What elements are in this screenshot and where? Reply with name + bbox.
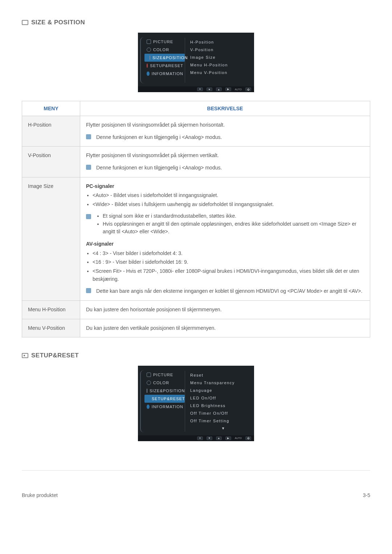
osd-auto-label: AUTO [235, 88, 242, 91]
osd-right-lang: Language [190, 387, 235, 394]
footer-left: Bruke produktet [22, 492, 58, 498]
section-header-size-position: SIZE & POSITION [22, 19, 370, 26]
osd-item-info: INFORMATION [142, 70, 185, 78]
picture-icon [147, 40, 151, 44]
row-hpos-desc: Flytter posisjonen til visningsområdet p… [80, 116, 370, 147]
osd-close-icon: ✕ [197, 436, 203, 440]
section-header-setup-reset: SETUP&RESET [22, 352, 370, 359]
osd-screenshot-setup-reset: PICTURE COLOR SIZE&POSITION SETUP&RESET … [138, 366, 254, 441]
picture-icon [147, 373, 151, 377]
osd-up-icon: ▲ [216, 436, 222, 440]
section-title: SETUP&RESET [31, 352, 79, 359]
osd-down-icon: ▼ [207, 436, 212, 440]
more-down-icon: ▼ [190, 425, 235, 432]
row-menuv-label: Menu V-Position [22, 319, 80, 337]
row-vpos-desc: Flytter posisjonen til visningsområdet p… [80, 147, 370, 177]
osd-right-hpos: H-Position [190, 38, 228, 46]
osd-up-icon: ▲ [216, 87, 222, 91]
osd-right-menuv: Menu V-Position [190, 69, 228, 77]
osd-right-trans: Menu Transparency [190, 379, 235, 387]
color-icon [147, 48, 151, 52]
setup-reset-icon [22, 353, 28, 358]
info-icon [147, 405, 150, 409]
osd-item-info: INFORMATION [142, 403, 185, 411]
osd-item-setup: SETUP&RESET [142, 62, 185, 70]
header-meny: MENY [22, 101, 80, 116]
row-menuh-label: Menu H-Position [22, 301, 80, 319]
osd-right-offt: Off Timer On/Off [190, 410, 235, 417]
osd-item-setup: SETUP&RESET [144, 395, 185, 403]
osd-down-icon: ▼ [207, 87, 212, 91]
note-icon [86, 214, 91, 219]
osd-right-vpos: V-Position [190, 46, 228, 54]
description-table-size-position: MENY BESKRIVELSE H-Position Flytter posi… [22, 101, 370, 337]
osd-screenshot-size-position: PICTURE COLOR SIZE&POSITION SETUP&RESET … [138, 33, 254, 92]
osd-enter-icon: ▶ [225, 87, 231, 91]
osd-right-reset: Reset [190, 372, 235, 379]
osd-close-icon: ✕ [197, 87, 203, 91]
sizepos-icon [147, 389, 147, 393]
note-icon [86, 134, 91, 139]
row-imgsize-desc: PC-signaler <Auto> - Bildet vises i side… [80, 177, 370, 300]
osd-right-led: LED On/Off [190, 394, 235, 402]
sizepos-icon [150, 56, 150, 60]
osd-item-color: COLOR [142, 379, 185, 387]
info-icon [147, 71, 150, 76]
osd-power-icon: ⏻ [245, 87, 251, 91]
osd-right-ledbr: LED Brightness [190, 402, 235, 410]
note-icon [86, 165, 91, 170]
osd-enter-icon: ▶ [225, 436, 231, 440]
osd-right-offts: Off Timer Setting [190, 417, 235, 425]
note-icon [86, 288, 91, 293]
row-vpos-label: V-Position [22, 147, 80, 177]
osd-power-icon: ⏻ [245, 436, 251, 440]
row-imgsize-label: Image Size [22, 177, 80, 300]
osd-item-picture: PICTURE [142, 38, 185, 46]
osd-item-color: COLOR [142, 46, 185, 54]
row-menuh-desc: Du kan justere den horisontale posisjone… [80, 301, 370, 319]
header-beskrivelse: BESKRIVELSE [80, 101, 370, 116]
osd-right-imgsize: Image Size [190, 54, 228, 61]
setup-icon [147, 63, 148, 68]
size-position-icon [22, 20, 28, 25]
section-title: SIZE & POSITION [31, 19, 85, 26]
osd-item-picture: PICTURE [142, 371, 185, 379]
osd-auto-label: AUTO [235, 437, 242, 439]
osd-right-menuh: Menu H-Position [190, 61, 228, 69]
color-icon [147, 381, 151, 385]
row-menuv-desc: Du kan justere den vertikale posisjonen … [80, 319, 370, 337]
row-hpos-label: H-Position [22, 116, 80, 147]
footer-right: 3-5 [363, 492, 370, 498]
page-footer: Bruke produktet 3-5 [22, 470, 370, 498]
osd-item-sizepos: SIZE&POSITION [142, 387, 185, 395]
osd-item-sizepos: SIZE&POSITION [144, 54, 185, 62]
